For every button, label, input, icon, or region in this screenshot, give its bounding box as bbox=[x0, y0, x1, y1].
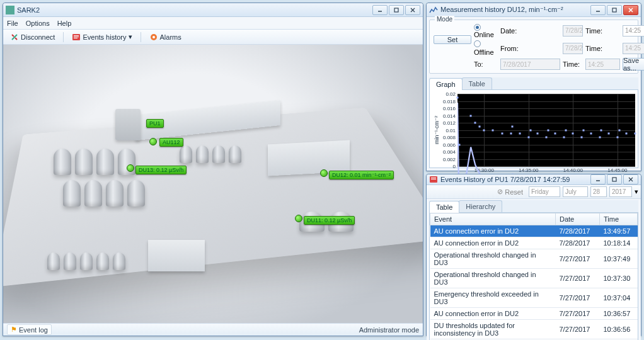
reset-button[interactable]: ⊘Reset bbox=[494, 186, 526, 197]
col-event[interactable]: Event bbox=[430, 213, 556, 225]
plant-3d-view[interactable]: PU1 AU112 DU13: 0.12 µSv/h DU12: 0.01 mi… bbox=[3, 45, 423, 323]
meas-title: Measurement history DU12, min⁻¹·cm⁻² bbox=[440, 6, 590, 14]
events-history-button[interactable]: Events history ▾ bbox=[69, 31, 135, 43]
svg-rect-5 bbox=[74, 37, 79, 37]
app-icon bbox=[6, 6, 14, 14]
maximize-button[interactable] bbox=[389, 5, 404, 15]
offline-to-date: 7/28/2017 bbox=[500, 59, 560, 70]
chart-icon bbox=[429, 6, 438, 14]
svg-rect-4 bbox=[74, 35, 79, 36]
tab-table[interactable]: Table bbox=[429, 201, 459, 213]
events-title: Events History of PU1 7/28/2017 14:27:59 bbox=[440, 176, 590, 183]
table-row[interactable]: Operational threshold changed in DU37/27… bbox=[430, 269, 638, 288]
offline-from-date: 7/28/2017 bbox=[563, 43, 583, 54]
disconnect-button[interactable]: Disconnect bbox=[7, 31, 58, 43]
marker-pu1[interactable]: PU1 bbox=[146, 119, 164, 128]
daynum-field[interactable]: 28 bbox=[590, 186, 607, 197]
minimize-button[interactable] bbox=[372, 5, 388, 15]
marker-au112[interactable]: AU112 bbox=[159, 138, 183, 147]
table-row[interactable]: Operational threshold changed in DU37/27… bbox=[430, 249, 638, 269]
marker-du11[interactable]: DU11: 0.12 µSv/h bbox=[304, 216, 355, 225]
marker-du13-dot[interactable] bbox=[127, 164, 134, 172]
online-radio[interactable]: Online bbox=[474, 23, 498, 38]
measurement-history-window: Measurement history DU12, min⁻¹·cm⁻² Mod… bbox=[426, 3, 641, 171]
table-row[interactable]: Emergency threshold exceeded in DU37/27/… bbox=[430, 288, 638, 308]
table-row[interactable]: AU connection error in DU27/28/201713:49… bbox=[430, 225, 638, 237]
meas-titlebar[interactable]: Measurement history DU12, min⁻¹·cm⁻² bbox=[427, 3, 641, 17]
tab-hierarchy[interactable]: Hierarchy bbox=[459, 200, 502, 212]
events-icon bbox=[72, 33, 81, 42]
menu-options[interactable]: Options bbox=[26, 20, 50, 27]
mode-label: Administrator mode bbox=[359, 326, 419, 334]
svg-rect-12 bbox=[431, 178, 436, 178]
table-row[interactable]: AU connection error in DU27/28/201710:18… bbox=[430, 237, 638, 249]
save-as-button[interactable]: Save as... bbox=[623, 58, 644, 71]
minimize-button[interactable] bbox=[590, 5, 606, 15]
chart-canvas[interactable]: 00.0020.0040.0060.0080.010.0120.0140.016… bbox=[457, 94, 635, 166]
chart-ylabel: min⁻¹·cm⁻² bbox=[432, 94, 441, 166]
events-tabs: Table Hierarchy bbox=[429, 200, 638, 213]
menubar: File Options Help bbox=[3, 17, 423, 30]
close-button[interactable] bbox=[405, 5, 420, 15]
events-titlebar[interactable]: Events History of PU1 7/28/2017 14:27:59 bbox=[427, 174, 641, 185]
events-toolbar: ⊘Reset Friday July 28 2017 ▾ bbox=[427, 185, 641, 199]
set-button[interactable]: Set bbox=[434, 35, 471, 44]
minimize-button[interactable] bbox=[590, 174, 606, 184]
dropdown-icon: ▾ bbox=[129, 33, 132, 41]
offline-from-time: 14:25 bbox=[623, 43, 644, 54]
main-window: SARK2 File Options Help Disconnect Event… bbox=[3, 3, 423, 336]
main-titlebar[interactable]: SARK2 bbox=[3, 3, 423, 17]
online-time-field[interactable]: 14:25 bbox=[623, 25, 644, 37]
maximize-button[interactable] bbox=[607, 174, 622, 184]
offline-to-time: 14:25 bbox=[585, 59, 620, 70]
marker-du11-dot[interactable] bbox=[295, 215, 302, 222]
dropdown-icon[interactable]: ▾ bbox=[635, 188, 638, 196]
event-log-button[interactable]: ⚑ Event log bbox=[7, 324, 52, 335]
col-date[interactable]: Date bbox=[556, 213, 600, 225]
flag-icon: ⚑ bbox=[11, 326, 17, 334]
svg-rect-2 bbox=[394, 8, 398, 12]
day-field[interactable]: Friday bbox=[529, 186, 560, 197]
disconnect-icon bbox=[10, 33, 19, 42]
svg-point-8 bbox=[152, 36, 155, 38]
offline-radio[interactable]: Offline bbox=[474, 40, 498, 56]
mode-group: Mode Online Date: 7/28/2017 Time: 14:25 … bbox=[429, 20, 638, 74]
table-row[interactable]: AU connection error in DU27/27/201710:36… bbox=[430, 308, 638, 320]
close-button[interactable] bbox=[623, 5, 638, 15]
reset-icon: ⊘ bbox=[497, 188, 503, 196]
marker-du13[interactable]: DU13: 0.12 µSv/h bbox=[135, 166, 187, 174]
maximize-button[interactable] bbox=[607, 5, 622, 15]
svg-rect-15 bbox=[612, 178, 616, 181]
marker-au112-dot[interactable] bbox=[149, 138, 157, 145]
year-field[interactable]: 2017 bbox=[609, 186, 632, 197]
online-date-field: 7/28/2017 bbox=[563, 25, 583, 37]
svg-rect-0 bbox=[6, 6, 14, 14]
month-field[interactable]: July bbox=[563, 186, 588, 197]
svg-rect-13 bbox=[431, 179, 436, 179]
alarm-icon bbox=[149, 33, 158, 42]
chart-panel: min⁻¹·cm⁻² 00.0020.0040.0060.0080.010.01… bbox=[429, 90, 638, 168]
close-button[interactable] bbox=[623, 174, 638, 184]
main-statusbar: ⚑ Event log Administrator mode bbox=[3, 323, 423, 336]
col-time[interactable]: Time bbox=[600, 213, 638, 225]
meas-tabs: Graph Table bbox=[429, 77, 638, 90]
events-table: Event Date Time AU connection error in D… bbox=[430, 213, 638, 340]
main-title: SARK2 bbox=[17, 6, 372, 14]
marker-du12-dot[interactable] bbox=[320, 169, 328, 177]
svg-rect-6 bbox=[74, 38, 78, 38]
tab-graph[interactable]: Graph bbox=[429, 78, 463, 90]
alarms-button[interactable]: Alarms bbox=[146, 31, 185, 43]
events-icon bbox=[429, 175, 438, 184]
tab-table[interactable]: Table bbox=[462, 77, 492, 89]
menu-help[interactable]: Help bbox=[57, 20, 72, 27]
menu-file[interactable]: File bbox=[7, 20, 18, 27]
main-toolbar: Disconnect Events history ▾ Alarms bbox=[3, 30, 423, 45]
events-history-window: Events History of PU1 7/28/2017 14:27:59… bbox=[426, 174, 641, 336]
events-table-wrap[interactable]: Event Date Time AU connection error in D… bbox=[429, 213, 638, 340]
marker-du12[interactable]: DU12: 0.01 min⁻¹·cm⁻² bbox=[329, 171, 394, 179]
table-row[interactable]: DU thresholds updated for inconsistency … bbox=[430, 320, 638, 339]
svg-rect-10 bbox=[612, 8, 616, 12]
